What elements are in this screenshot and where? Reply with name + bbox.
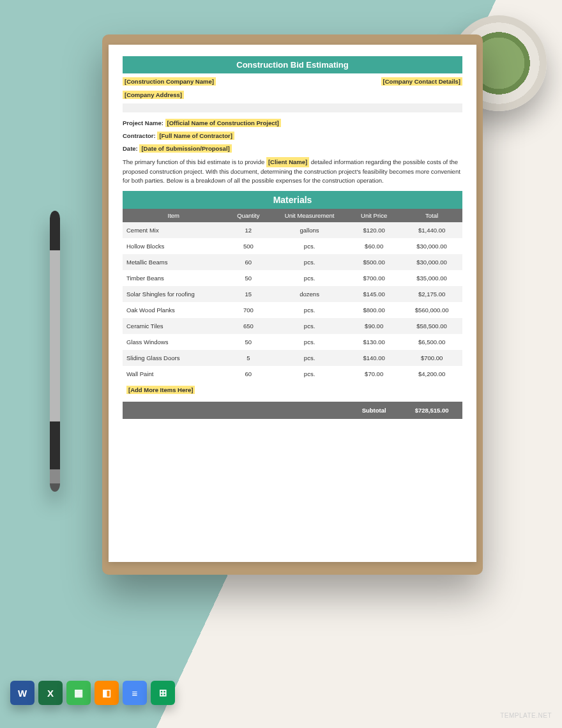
- date-label: Date:: [123, 145, 138, 152]
- table-cell: Metallic Beams: [123, 254, 225, 270]
- table-cell: $58,500.00: [401, 318, 462, 334]
- table-cell: 500: [225, 238, 272, 254]
- table-cell: $70.00: [347, 366, 401, 382]
- table-row: Metallic Beams60pcs.$500.00$30,000.00: [123, 254, 462, 270]
- table-row: Hollow Blocks500pcs.$60.00$30,000.00: [123, 238, 462, 254]
- table-cell: pcs.: [272, 334, 347, 350]
- table-cell: $560,000.00: [401, 302, 462, 318]
- table-cell: $6,500.00: [401, 334, 462, 350]
- table-cell: 12: [225, 222, 272, 238]
- table-cell: $120.00: [347, 222, 401, 238]
- table-cell: 700: [225, 302, 272, 318]
- pages-icon[interactable]: ◧: [95, 681, 119, 705]
- table-row: Wall Paint60pcs.$70.00$4,200.00: [123, 366, 462, 382]
- add-more-row[interactable]: [Add More Items Here]: [123, 382, 462, 398]
- table-cell: $30,000.00: [401, 254, 462, 270]
- table-cell: $800.00: [347, 302, 401, 318]
- table-cell: Oak Wood Planks: [123, 302, 225, 318]
- col-unit: Unit Measurement: [272, 209, 347, 222]
- date-value[interactable]: [Date of Submission/Proposal]: [139, 144, 231, 153]
- table-cell: Sliding Glass Doors: [123, 350, 225, 366]
- table-row: Glass Windows50pcs.$130.00$6,500.00: [123, 334, 462, 350]
- project-name-label: Project Name:: [123, 119, 163, 126]
- table-cell: pcs.: [272, 254, 347, 270]
- contractor-value[interactable]: [Full Name of Contractor]: [157, 132, 234, 140]
- table-cell: $35,000.00: [401, 270, 462, 286]
- table-row: Ceramic Tiles650pcs.$90.00$58,500.00: [123, 318, 462, 334]
- table-cell: pcs.: [272, 350, 347, 366]
- table-cell: Solar Shingles for roofing: [123, 286, 225, 302]
- table-cell: 50: [225, 270, 272, 286]
- table-cell: pcs.: [272, 318, 347, 334]
- table-cell: 60: [225, 366, 272, 382]
- company-address-row: [Company Address]: [123, 88, 462, 100]
- col-quantity: Quantity: [225, 209, 272, 222]
- table-cell: pcs.: [272, 238, 347, 254]
- table-row: Timber Beans50pcs.$700.00$35,000.00: [123, 270, 462, 286]
- google-docs-icon[interactable]: ≡: [123, 681, 147, 705]
- table-cell: gallons: [272, 222, 347, 238]
- table-header: Item Quantity Unit Measurement Unit Pric…: [123, 209, 462, 222]
- company-address-placeholder[interactable]: [Company Address]: [123, 91, 184, 99]
- table-cell: $700.00: [401, 350, 462, 366]
- format-badges: W X ▦ ◧ ≡ ⊞: [10, 681, 175, 705]
- project-name-field: Project Name: [Official Name of Construc…: [123, 119, 462, 127]
- add-more-placeholder[interactable]: [Add More Items Here]: [126, 386, 195, 394]
- divider-strip: [123, 103, 462, 112]
- word-icon[interactable]: W: [10, 681, 34, 705]
- watermark: TEMPLATE.NET: [500, 712, 552, 719]
- table-cell: 60: [225, 254, 272, 270]
- table-cell: $4,200.00: [401, 366, 462, 382]
- col-total: Total: [401, 209, 462, 222]
- numbers-icon[interactable]: ▦: [66, 681, 91, 705]
- table-row: Cement Mix12gallons$120.00$1,440.00: [123, 222, 462, 238]
- desc-pre: The primary function of this bid estimat…: [123, 158, 266, 165]
- table-cell: pcs.: [272, 270, 347, 286]
- clipboard: Construction Bid Estimating [Constructio…: [102, 34, 483, 575]
- table-cell: Wall Paint: [123, 366, 225, 382]
- table-cell: $90.00: [347, 318, 401, 334]
- table-cell: $130.00: [347, 334, 401, 350]
- subtotal-value: $728,515.00: [401, 402, 462, 419]
- table-cell: 50: [225, 334, 272, 350]
- excel-icon[interactable]: X: [38, 681, 63, 705]
- table-row: Solar Shingles for roofing15dozens$145.0…: [123, 286, 462, 302]
- table-body: Cement Mix12gallons$120.00$1,440.00Hollo…: [123, 222, 462, 382]
- table-cell: $500.00: [347, 254, 401, 270]
- table-cell: Hollow Blocks: [123, 238, 225, 254]
- document-page: Construction Bid Estimating [Constructio…: [109, 45, 476, 562]
- table-cell: $30,000.00: [401, 238, 462, 254]
- company-name-placeholder[interactable]: [Construction Company Name]: [123, 77, 216, 86]
- table-cell: dozens: [272, 286, 347, 302]
- table-cell: Ceramic Tiles: [123, 318, 225, 334]
- subtotal-row: Subtotal $728,515.00: [123, 402, 462, 419]
- table-cell: $145.00: [347, 286, 401, 302]
- contractor-label: Contractor:: [123, 132, 156, 139]
- decorative-pen: [50, 211, 60, 492]
- table-cell: 650: [225, 318, 272, 334]
- table-cell: pcs.: [272, 302, 347, 318]
- date-field: Date: [Date of Submission/Proposal]: [123, 144, 462, 153]
- col-item: Item: [123, 209, 225, 222]
- col-price: Unit Price: [347, 209, 401, 222]
- project-name-value[interactable]: [Official Name of Construction Project]: [165, 119, 281, 127]
- table-cell: $700.00: [347, 270, 401, 286]
- table-row: Sliding Glass Doors5pcs.$140.00$700.00: [123, 350, 462, 366]
- google-sheets-icon[interactable]: ⊞: [151, 681, 175, 705]
- document-title: Construction Bid Estimating: [123, 56, 462, 73]
- table-row: Oak Wood Planks700pcs.$800.00$560,000.00: [123, 302, 462, 318]
- company-contact-placeholder[interactable]: [Company Contact Details]: [381, 77, 462, 86]
- table-cell: Cement Mix: [123, 222, 225, 238]
- table-cell: pcs.: [272, 366, 347, 382]
- table-cell: $60.00: [347, 238, 401, 254]
- table-cell: 5: [225, 350, 272, 366]
- materials-section-title: Materials: [123, 191, 462, 209]
- contractor-field: Contractor: [Full Name of Contractor]: [123, 132, 462, 140]
- table-cell: Glass Windows: [123, 334, 225, 350]
- table-cell: $140.00: [347, 350, 401, 366]
- table-cell: $2,175.00: [401, 286, 462, 302]
- client-name-placeholder[interactable]: [Client Name]: [266, 157, 309, 167]
- subtotal-label: Subtotal: [347, 402, 401, 419]
- description-paragraph: The primary function of this bid estimat…: [123, 157, 462, 185]
- table-cell: Timber Beans: [123, 270, 225, 286]
